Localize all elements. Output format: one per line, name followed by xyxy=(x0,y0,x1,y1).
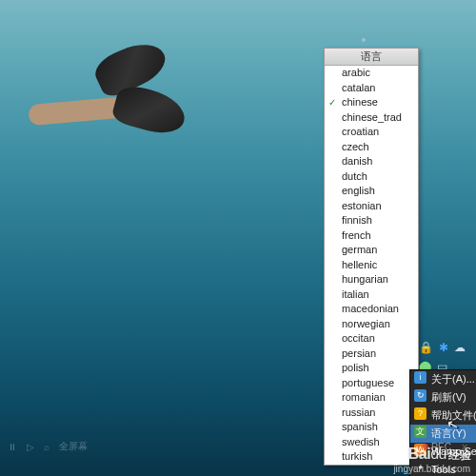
watermark-url: jingyan.baidu.com xyxy=(393,464,470,474)
language-item-dutch[interactable]: dutch xyxy=(325,169,418,185)
language-item-french[interactable]: french xyxy=(325,228,418,244)
language-item-chinese[interactable]: ✓chinese xyxy=(325,95,418,110)
language-item-danish[interactable]: danish xyxy=(325,154,418,169)
watermark: Baidu经验 jingyan.baidu.com xyxy=(0,444,476,476)
tray-item-refresh[interactable]: ↻刷新(V) xyxy=(410,388,476,407)
language-item-macedonian[interactable]: macedonian xyxy=(325,302,418,317)
language-item-romanian[interactable]: romanian xyxy=(325,390,418,406)
language-item-polish[interactable]: polish xyxy=(325,361,418,376)
language-item-chinese_trad[interactable]: chinese_trad xyxy=(325,110,418,126)
language-menu-title: 语言 xyxy=(325,49,418,66)
cloud-icon[interactable]: ☁ xyxy=(454,341,466,354)
language-item-estonian[interactable]: estonian xyxy=(325,199,418,214)
tray-item-about[interactable]: i关于(A)... xyxy=(410,370,476,388)
language-item-czech[interactable]: czech xyxy=(325,140,418,155)
language-item-russian[interactable]: russian xyxy=(325,406,418,421)
language-item-croatian[interactable]: croatian xyxy=(325,125,418,140)
language-item-list: arabiccatalan✓chinesechinese_tradcroatia… xyxy=(325,66,418,465)
language-item-hungarian[interactable]: hungarian xyxy=(325,272,418,288)
language-item-english[interactable]: english xyxy=(325,184,418,199)
about-icon: i xyxy=(414,371,426,384)
language-item-norwegian[interactable]: norwegian xyxy=(325,317,418,332)
bluetooth-icon[interactable]: ✱ xyxy=(439,341,448,354)
language-item-hellenic[interactable]: hellenic xyxy=(325,258,418,273)
language-item-german[interactable]: german xyxy=(325,243,418,258)
watermark-logo: Baidu经验 xyxy=(408,446,470,464)
language-item-arabic[interactable]: arabic xyxy=(325,66,418,81)
language-item-finnish[interactable]: finnish xyxy=(325,213,418,228)
language-item-catalan[interactable]: catalan xyxy=(325,81,418,96)
check-icon: ✓ xyxy=(328,95,336,110)
language-item-spanish[interactable]: spanish xyxy=(325,420,418,435)
language-item-persian[interactable]: persian xyxy=(325,347,418,362)
language-item-portuguese[interactable]: portuguese xyxy=(325,376,418,391)
wallpaper-swimmer xyxy=(29,48,238,162)
help-icon: ? xyxy=(414,407,426,420)
lang-icon: 文 xyxy=(414,426,426,438)
system-tray: 🔒 ✱ ☁ ⬤ ▭ xyxy=(419,341,476,373)
language-submenu[interactable]: 语言 arabiccatalan✓chinesechinese_tradcroa… xyxy=(324,48,419,466)
language-item-italian[interactable]: italian xyxy=(325,288,418,303)
tray-item-help[interactable]: ?帮助文件(X) xyxy=(410,407,476,425)
lock-icon[interactable]: 🔒 xyxy=(419,341,433,354)
language-item-occitan[interactable]: occitan xyxy=(325,331,418,347)
refresh-icon: ↻ xyxy=(414,389,426,402)
